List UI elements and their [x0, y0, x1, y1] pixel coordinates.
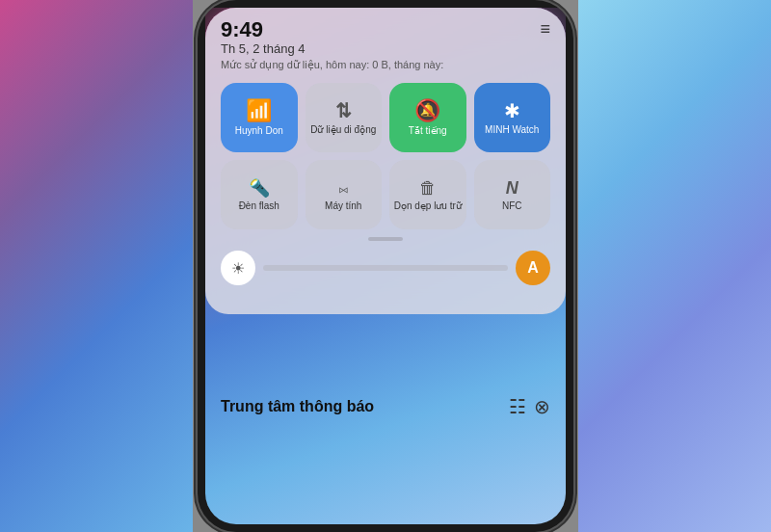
quick-tiles-row2: 🔦 Đèn flash ⨝ Máy tính 🗑 Dọn dẹp lưu trữ…	[221, 160, 550, 229]
bg-left-panel	[0, 0, 193, 532]
mobile-data-icon: ⇅	[335, 101, 352, 120]
nfc-icon: N	[506, 179, 518, 197]
brightness-icon-wrap: ☀	[221, 251, 255, 285]
brightness-slider[interactable]	[263, 265, 508, 271]
status-time: 9:49	[221, 19, 305, 40]
notification-edit-icon[interactable]: ☷	[509, 395, 526, 418]
bluetooth-icon: ✱	[504, 101, 520, 120]
notification-section: Trung tâm thông báo ☷ ⊗	[205, 384, 566, 430]
menu-icon[interactable]: ≡	[540, 19, 550, 40]
tile-sound[interactable]: 🔕 Tắt tiếng	[389, 83, 466, 152]
notification-title: Trung tâm thông báo	[221, 398, 374, 415]
tile-mobile-data[interactable]: ⇅ Dữ liệu di động	[306, 83, 383, 152]
tile-bluetooth-label: MINH Watch	[485, 124, 539, 136]
tile-calculator-label: Máy tính	[325, 200, 361, 212]
control-panel: 9:49 Th 5, 2 tháng 4 ≡ Mức sử dụng dữ li…	[205, 8, 566, 314]
notification-actions: ☷ ⊗	[509, 395, 550, 418]
tile-storage[interactable]: 🗑 Dọn dẹp lưu trữ	[389, 160, 466, 229]
brightness-icon: ☀	[231, 259, 245, 278]
tile-nfc[interactable]: N NFC	[474, 160, 551, 229]
bg-right-panel	[578, 0, 771, 532]
phone-frame: 9:49 Th 5, 2 tháng 4 ≡ Mức sử dụng dữ li…	[198, 0, 573, 532]
tile-wifi[interactable]: 📶 Huynh Don	[221, 83, 298, 152]
tile-bluetooth[interactable]: ✱ MINH Watch	[474, 83, 551, 152]
calculator-icon: ⨝	[338, 179, 349, 197]
brightness-row: ☀ A	[221, 251, 550, 285]
phone-screen: 9:49 Th 5, 2 tháng 4 ≡ Mức sử dụng dữ li…	[205, 8, 566, 524]
tile-wifi-label: Huynh Don	[235, 125, 283, 137]
avatar-letter: A	[527, 259, 539, 277]
tile-calculator[interactable]: ⨝ Máy tính	[306, 160, 383, 229]
status-bar: 9:49 Th 5, 2 tháng 4 ≡	[221, 19, 550, 55]
sound-icon: 🔕	[414, 100, 440, 121]
status-date: Th 5, 2 tháng 4	[221, 42, 305, 55]
tile-flash-label: Đèn flash	[239, 200, 279, 212]
background-wrapper: 9:49 Th 5, 2 tháng 4 ≡ Mức sử dụng dữ li…	[0, 0, 771, 532]
notification-close-icon[interactable]: ⊗	[534, 395, 550, 418]
tile-mobile-data-label: Dữ liệu di động	[310, 124, 376, 136]
tile-storage-label: Dọn dẹp lưu trữ	[394, 200, 462, 212]
status-right: ≡	[540, 19, 550, 40]
storage-icon: 🗑	[419, 179, 437, 197]
avatar-button[interactable]: A	[516, 251, 550, 285]
drag-handle[interactable]	[368, 237, 403, 241]
flash-icon: 🔦	[249, 179, 270, 197]
status-left: 9:49 Th 5, 2 tháng 4	[221, 19, 305, 55]
quick-tiles-row1: 📶 Huynh Don ⇅ Dữ liệu di động 🔕 Tắt tiến…	[221, 83, 550, 152]
tile-nfc-label: NFC	[502, 200, 522, 212]
tile-flash[interactable]: 🔦 Đèn flash	[221, 160, 298, 229]
tile-sound-label: Tắt tiếng	[409, 125, 447, 137]
wifi-icon: 📶	[246, 100, 272, 121]
data-usage-text: Mức sử dụng dữ liệu, hôm nay: 0 B, tháng…	[221, 59, 550, 71]
notification-header: Trung tâm thông báo ☷ ⊗	[221, 395, 550, 418]
